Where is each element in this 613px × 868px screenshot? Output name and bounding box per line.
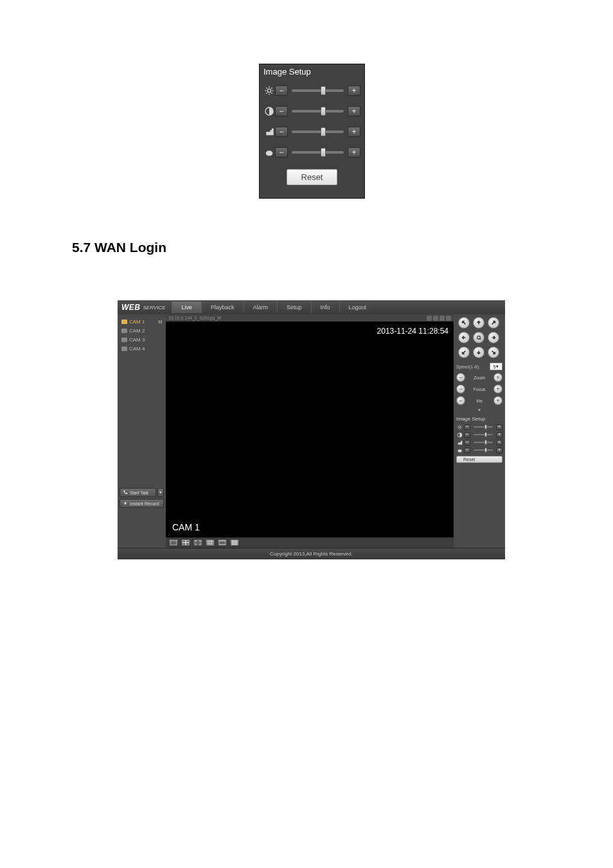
svg-line-7 bbox=[266, 93, 267, 93]
svg-rect-20 bbox=[219, 541, 226, 545]
mini-reset-button[interactable]: Reset bbox=[456, 456, 502, 463]
sidebar-cam-4[interactable]: CAM 4 bbox=[120, 344, 164, 353]
svg-point-0 bbox=[267, 89, 271, 92]
layout-wide-button[interactable] bbox=[217, 539, 227, 547]
record-icon bbox=[123, 501, 128, 506]
mini-hue-slider[interactable] bbox=[474, 449, 493, 451]
svg-line-38 bbox=[461, 425, 461, 426]
mini-contrast-row: − + bbox=[456, 431, 502, 439]
video-viewport[interactable]: 2013-11-24 11:28:54 CAM 1 bbox=[166, 321, 454, 538]
zoom-label: Zoom bbox=[474, 375, 485, 380]
saturation-icon bbox=[263, 126, 275, 138]
expand-icon[interactable]: ▾ bbox=[456, 407, 502, 413]
mini-hue-minus[interactable]: − bbox=[464, 448, 470, 453]
info-icon-2[interactable] bbox=[433, 316, 438, 321]
instant-record-button[interactable]: Instant Record bbox=[120, 499, 164, 508]
hue-icon bbox=[263, 147, 275, 158]
mini-brightness-slider[interactable] bbox=[474, 426, 493, 428]
saturation-plus-button[interactable]: + bbox=[348, 127, 360, 137]
info-icon-1[interactable] bbox=[427, 316, 432, 321]
brightness-plus-button[interactable]: + bbox=[348, 86, 360, 96]
brightness-minus-button[interactable]: − bbox=[275, 86, 288, 96]
contrast-slider[interactable] bbox=[292, 110, 344, 113]
layout-1x1-button[interactable] bbox=[168, 539, 179, 547]
info-icon-4[interactable] bbox=[446, 316, 451, 321]
tab-setup[interactable]: Setup bbox=[277, 302, 311, 313]
mini-saturation-slider[interactable] bbox=[474, 442, 493, 443]
start-talk-button[interactable]: Start Talk bbox=[120, 488, 156, 497]
mini-saturation-plus[interactable]: + bbox=[496, 440, 502, 446]
mini-saturation-minus[interactable]: − bbox=[464, 440, 470, 446]
svg-line-36 bbox=[461, 428, 461, 429]
mini-contrast-plus[interactable]: + bbox=[496, 432, 502, 438]
start-talk-dropdown[interactable]: ▾ bbox=[157, 488, 164, 497]
ptz-down-button[interactable] bbox=[473, 347, 484, 358]
hue-minus-button[interactable]: − bbox=[275, 147, 288, 158]
web-service-app: WEB SERVICE Live Playback Alarm Setup In… bbox=[118, 300, 505, 559]
ptz-left-button[interactable] bbox=[458, 332, 470, 343]
stream-info: 10.15.6.144_1_62Kbps_M bbox=[168, 316, 221, 320]
contrast-plus-button[interactable]: + bbox=[348, 106, 360, 116]
mini-contrast-minus[interactable]: − bbox=[464, 432, 470, 438]
saturation-minus-button[interactable]: − bbox=[275, 127, 288, 137]
ptz-down-right-button[interactable] bbox=[488, 347, 499, 358]
iris-close-button[interactable]: − bbox=[456, 396, 465, 405]
info-icon-3[interactable] bbox=[440, 316, 445, 321]
svg-rect-14 bbox=[186, 543, 189, 545]
tab-info[interactable]: Info bbox=[311, 302, 339, 313]
zoom-out-button[interactable]: − bbox=[456, 373, 465, 382]
speed-label: Speed(1-8): bbox=[456, 365, 480, 369]
svg-line-8 bbox=[271, 87, 272, 88]
svg-rect-12 bbox=[186, 540, 189, 543]
ptz-center-button[interactable] bbox=[473, 332, 484, 343]
ptz-up-right-button[interactable] bbox=[488, 317, 499, 329]
layout-3x3-button[interactable] bbox=[205, 539, 215, 547]
svg-rect-11 bbox=[182, 540, 186, 543]
zoom-in-button[interactable]: + bbox=[493, 373, 502, 382]
contrast-icon bbox=[263, 105, 275, 117]
tab-live[interactable]: Live bbox=[172, 302, 201, 313]
ptz-down-left-button[interactable] bbox=[458, 347, 470, 358]
focus-out-button[interactable]: − bbox=[456, 384, 465, 393]
layout-2x2-button[interactable] bbox=[181, 539, 191, 547]
app-logo: WEB bbox=[121, 303, 141, 312]
mini-contrast-slider[interactable] bbox=[474, 434, 493, 435]
iris-open-button[interactable]: + bbox=[493, 396, 502, 405]
layout-fullscreen-button[interactable] bbox=[193, 539, 203, 547]
svg-rect-10 bbox=[170, 540, 177, 545]
saturation-slider[interactable] bbox=[292, 131, 344, 133]
focus-label: Focus bbox=[473, 387, 485, 392]
saturation-icon bbox=[456, 439, 463, 446]
mini-saturation-row: − + bbox=[456, 439, 502, 446]
camera-icon bbox=[121, 347, 127, 351]
info-icons bbox=[427, 316, 451, 321]
tab-alarm[interactable]: Alarm bbox=[244, 302, 278, 313]
app-footer: Copyright 2013,All Rights Reserved. bbox=[118, 548, 505, 559]
sidebar-cam-1[interactable]: CAM 1 M bbox=[120, 317, 164, 326]
sidebar-cam-3[interactable]: CAM 3 bbox=[120, 335, 164, 344]
image-setup-reset-button[interactable]: Reset bbox=[287, 169, 338, 185]
sidebar-cam-2[interactable]: CAM 2 bbox=[120, 326, 164, 335]
mini-brightness-minus[interactable]: − bbox=[464, 424, 470, 430]
ptz-up-left-button[interactable] bbox=[458, 317, 470, 329]
section-heading: 5.7 WAN Login bbox=[72, 240, 166, 255]
tab-logout[interactable]: Logout bbox=[339, 302, 376, 313]
hue-plus-button[interactable]: + bbox=[348, 147, 360, 158]
image-setup-panel: Image Setup − + − + − + − + Rese bbox=[259, 64, 365, 199]
speed-select[interactable]: 5▾ bbox=[490, 363, 502, 370]
brightness-slider[interactable] bbox=[292, 89, 344, 92]
ptz-right-button[interactable] bbox=[488, 332, 499, 343]
cam-label: CAM 1 bbox=[129, 319, 145, 325]
contrast-minus-button[interactable]: − bbox=[275, 106, 288, 116]
focus-in-button[interactable]: + bbox=[493, 384, 502, 393]
ptz-panel: Speed(1-8): 5▾ − Zoom + − Focus + − Iris… bbox=[454, 314, 505, 548]
mini-hue-plus[interactable]: + bbox=[496, 448, 502, 453]
camera-icon bbox=[121, 320, 127, 324]
ptz-up-button[interactable] bbox=[473, 317, 484, 329]
cam-label: CAM 3 bbox=[129, 337, 145, 343]
hue-slider[interactable] bbox=[292, 151, 344, 154]
tab-playback[interactable]: Playback bbox=[201, 302, 244, 313]
main-area: 10.15.6.144_1_62Kbps_M 2013-11-24 11:28:… bbox=[166, 314, 454, 548]
mini-brightness-plus[interactable]: + bbox=[496, 424, 502, 430]
layout-4x4-button[interactable] bbox=[229, 539, 240, 547]
